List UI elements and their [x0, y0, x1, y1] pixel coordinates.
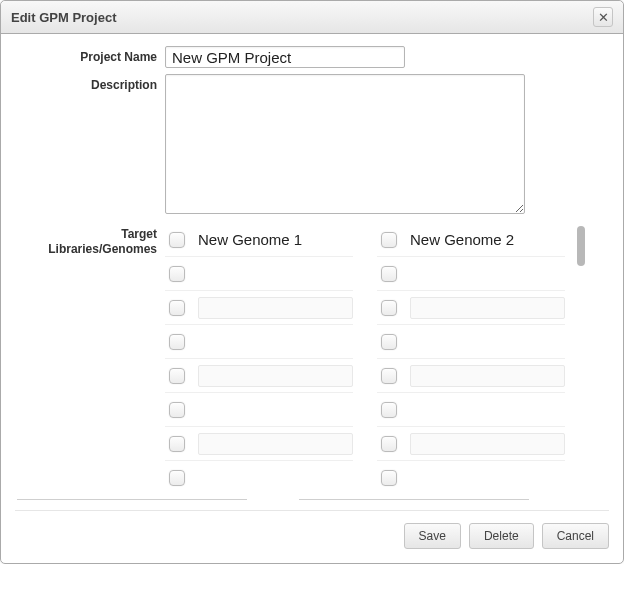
description-label: Description — [15, 74, 165, 93]
target-name-field — [198, 297, 353, 319]
targets-column-2: New Genome 2 — [377, 223, 565, 495]
save-button[interactable]: Save — [404, 523, 461, 549]
delete-button[interactable]: Delete — [469, 523, 534, 549]
target-checkbox[interactable] — [381, 334, 397, 350]
target-item — [165, 393, 353, 427]
target-name-field — [198, 365, 353, 387]
targets-scroll-area[interactable]: New Genome 1 — [165, 223, 585, 503]
target-item: New Genome 1 — [165, 223, 353, 257]
target-checkbox[interactable] — [381, 436, 397, 452]
targets-column-1: New Genome 1 — [165, 223, 353, 495]
target-label: New Genome 1 — [198, 231, 302, 248]
target-checkbox[interactable] — [169, 368, 185, 384]
description-row: Description — [15, 74, 609, 217]
target-checkbox[interactable] — [381, 470, 397, 486]
target-checkbox[interactable] — [169, 436, 185, 452]
dialog-button-row: Save Delete Cancel — [15, 510, 609, 549]
target-checkbox[interactable] — [169, 300, 185, 316]
target-item — [165, 359, 353, 393]
target-checkbox[interactable] — [169, 470, 185, 486]
target-item — [165, 291, 353, 325]
target-checkbox[interactable] — [381, 300, 397, 316]
target-item — [165, 257, 353, 291]
target-item — [165, 461, 353, 495]
project-name-input[interactable] — [165, 46, 405, 68]
target-item — [377, 257, 565, 291]
target-item — [377, 359, 565, 393]
project-name-label: Project Name — [15, 46, 165, 65]
target-checkbox[interactable] — [169, 232, 185, 248]
project-name-row: Project Name — [15, 46, 609, 68]
target-checkbox[interactable] — [381, 266, 397, 282]
target-checkbox[interactable] — [381, 368, 397, 384]
target-checkbox[interactable] — [169, 334, 185, 350]
targets-label-line2: Libraries/Genomes — [48, 242, 157, 256]
target-name-field — [410, 297, 565, 319]
target-checkbox[interactable] — [169, 266, 185, 282]
targets-panel: New Genome 1 — [165, 223, 585, 503]
targets-row: Target Libraries/Genomes New Genome 1 — [15, 223, 609, 503]
target-checkbox[interactable] — [381, 232, 397, 248]
target-item — [377, 461, 565, 495]
close-icon: ✕ — [598, 11, 609, 24]
dialog-titlebar: Edit GPM Project ✕ — [1, 1, 623, 34]
target-item — [377, 325, 565, 359]
target-checkbox[interactable] — [381, 402, 397, 418]
dialog-body: Project Name Description Target Librarie… — [1, 34, 623, 563]
target-name-field — [198, 433, 353, 455]
target-item — [165, 325, 353, 359]
target-item — [377, 427, 565, 461]
description-textarea[interactable] — [165, 74, 525, 214]
target-name-field — [410, 365, 565, 387]
scrollbar-thumb[interactable] — [577, 226, 585, 266]
target-item — [377, 291, 565, 325]
targets-label: Target Libraries/Genomes — [15, 223, 165, 257]
targets-label-line1: Target — [121, 227, 157, 241]
dialog-title: Edit GPM Project — [11, 10, 116, 25]
target-checkbox[interactable] — [169, 402, 185, 418]
target-item: New Genome 2 — [377, 223, 565, 257]
target-name-field — [410, 433, 565, 455]
target-item — [165, 427, 353, 461]
cancel-button[interactable]: Cancel — [542, 523, 609, 549]
target-item — [377, 393, 565, 427]
close-button[interactable]: ✕ — [593, 7, 613, 27]
edit-gpm-project-dialog: Edit GPM Project ✕ Project Name Descript… — [0, 0, 624, 564]
target-label: New Genome 2 — [410, 231, 514, 248]
